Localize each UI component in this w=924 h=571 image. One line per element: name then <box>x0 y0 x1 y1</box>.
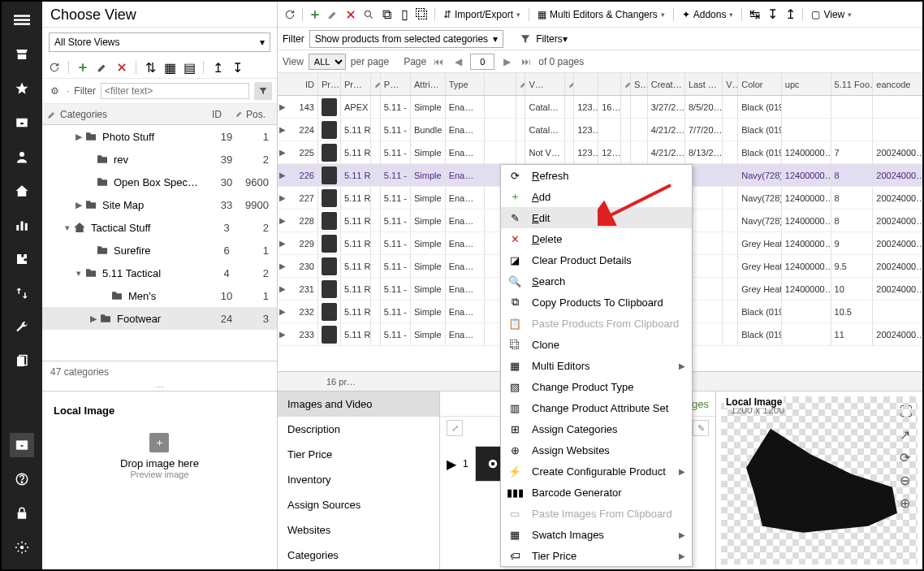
tab-images-and-video[interactable]: Images and Video <box>278 391 439 417</box>
menu-item-create-configurable-product[interactable]: ⚡Create Configurable Product▶ <box>501 461 692 482</box>
menu-item-change-product-attribute-set[interactable]: ▥Change Product Attribute Set <box>501 397 692 418</box>
menu-item-tier-price[interactable]: 🏷Tier Price▶ <box>501 545 692 566</box>
menu-item-assign-websites[interactable]: ⊕Assign Websites <box>501 439 692 461</box>
last-page-icon[interactable]: ⏭ <box>519 54 533 69</box>
table-row[interactable]: ▶143APEX …5.11 - …Simple …Ena…Catal…123…… <box>278 96 922 119</box>
tree-row[interactable]: ▾Tactical Stuff32 <box>42 216 277 239</box>
rail-puzzle-icon[interactable] <box>10 247 34 271</box>
prev-thumb-icon[interactable]: ▶ <box>447 456 456 472</box>
rail-store-icon[interactable] <box>10 42 34 67</box>
tree-row[interactable]: Open Box Spec…309600 <box>42 171 277 193</box>
menu-item-swatch-images[interactable]: ▦Swatch Images▶ <box>501 524 692 545</box>
tree-row[interactable]: ▾5.11 Tactical42 <box>42 262 277 284</box>
rail-star-icon[interactable] <box>10 76 34 101</box>
splitter-handle[interactable]: ⋯ <box>42 383 277 391</box>
tool3-icon[interactable]: ↥ <box>783 7 797 22</box>
filters-dropdown[interactable]: Filters▾ <box>536 33 568 45</box>
tree-row[interactable]: ▶Photo Stuff191 <box>42 125 277 148</box>
refresh-icon[interactable] <box>283 7 297 22</box>
gear-icon[interactable]: ⚙ <box>47 84 62 98</box>
menu-item-copy-products-to-clipboard[interactable]: ⧉Copy Products To Clipboard <box>501 292 692 313</box>
menu-item-add[interactable]: ＋Add <box>501 186 692 207</box>
refresh-icon[interactable] <box>47 60 62 75</box>
tree-label: Men's <box>128 290 210 302</box>
rail-copy-icon[interactable] <box>10 349 34 374</box>
delete-icon[interactable] <box>114 60 129 75</box>
rail-help-icon[interactable] <box>10 467 34 491</box>
menu-item-change-product-type[interactable]: ▧Change Product Type <box>501 376 692 397</box>
filter-input[interactable] <box>101 83 249 99</box>
rail-chart-icon[interactable] <box>10 213 34 237</box>
menu-item-edit[interactable]: ✎Edit <box>501 207 692 228</box>
sort-asc-icon[interactable]: ↥ <box>210 60 225 75</box>
rotate-icon[interactable]: ⟳ <box>900 450 914 465</box>
filter-icon[interactable] <box>254 82 272 100</box>
edit-icon[interactable] <box>95 60 110 75</box>
table-row[interactable]: ▶2255.11 R…5.11 - …Simple …Ena…Not V…123… <box>278 141 922 164</box>
tree-row[interactable]: rev392 <box>42 148 277 171</box>
table-row[interactable]: ▶2245.11 R…5.11 - …Bundle …Ena…Catal…123… <box>278 119 922 141</box>
add-icon[interactable] <box>308 7 322 22</box>
rail-home-icon[interactable] <box>10 179 34 203</box>
rail-wrench-icon[interactable] <box>10 315 34 340</box>
drop-text: Drop image here <box>120 457 199 469</box>
rail-swap-icon[interactable] <box>10 281 34 305</box>
tab-description[interactable]: Description <box>278 417 439 442</box>
rail-download-icon[interactable] <box>10 433 34 457</box>
rail-person-icon[interactable] <box>10 145 34 169</box>
add-icon[interactable] <box>76 60 90 75</box>
menu-item-multi-editors[interactable]: ▦Multi Editors▶ <box>501 355 692 376</box>
perpage-select[interactable]: ALL <box>309 54 346 70</box>
rail-inbox-icon[interactable] <box>10 110 34 135</box>
tree-row[interactable]: ▶Footwear243 <box>42 307 277 330</box>
addons-dropdown[interactable]: ✦ Addons▾ <box>679 7 737 22</box>
multi-editors-dropdown[interactable]: ▦ Multi Editors & Changers▾ <box>534 7 668 22</box>
menu-item-search[interactable]: 🔍Search <box>501 270 692 292</box>
export-icon[interactable]: ▦ <box>162 60 177 75</box>
import-export-dropdown[interactable]: ⇵ Import/Export▾ <box>440 7 524 22</box>
tab-inventory[interactable]: Inventory <box>278 467 439 492</box>
menu-item-assign-categories[interactable]: ⊞Assign Categories <box>501 418 692 439</box>
menu-item-delete[interactable]: ✕Delete <box>501 228 692 249</box>
open-external-icon[interactable]: ↗ <box>900 427 914 442</box>
view-dropdown[interactable]: ▢ View▾ <box>808 7 855 22</box>
store-view-select[interactable]: All Store Views ▾ <box>49 32 270 52</box>
tab-assign-sources[interactable]: Assign Sources <box>278 492 439 517</box>
rail-menu-icon[interactable] <box>10 8 34 32</box>
thumb-tool-1[interactable]: ⤢ <box>447 420 463 436</box>
zoom-out-icon[interactable]: ⊖ <box>900 473 914 487</box>
delete-icon[interactable] <box>343 7 358 22</box>
menu-item-clear-product-details[interactable]: ◪Clear Product Details <box>501 249 692 270</box>
menu-item-barcode-generator[interactable]: ▮▮▮Barcode Generator <box>501 482 692 503</box>
clone-icon[interactable]: ⿻ <box>415 7 430 22</box>
zoom-in-icon[interactable]: ⊕ <box>900 495 914 510</box>
tab-categories[interactable]: Categories <box>278 543 439 568</box>
tool2-icon[interactable]: ↧ <box>765 7 779 22</box>
swap-icon[interactable]: ⇅ <box>143 60 158 75</box>
fullscreen-icon[interactable]: ⛶ <box>900 404 914 419</box>
rail-settings-icon[interactable] <box>10 535 34 560</box>
tab-websites[interactable]: Websites <box>278 517 439 543</box>
page-input[interactable] <box>470 54 494 70</box>
paste-icon[interactable]: ▯ <box>397 7 412 22</box>
filter-select[interactable]: Show products from selected categories▾ <box>309 30 503 48</box>
tree-row[interactable]: Men's101 <box>42 284 277 307</box>
first-page-icon[interactable]: ⏮ <box>431 54 446 69</box>
image-drop-zone[interactable]: ＋ Drop image here Preview image <box>120 433 199 479</box>
sort-desc-icon[interactable]: ↧ <box>230 60 244 75</box>
prev-page-icon[interactable]: ◀ <box>451 54 465 69</box>
copy-icon[interactable]: ⧉ <box>379 7 394 22</box>
rail-lock-icon[interactable] <box>10 501 34 526</box>
menu-item-refresh[interactable]: ⟳Refresh <box>501 165 692 186</box>
tree-row[interactable]: ▶Site Map339900 <box>42 193 277 216</box>
local-image-panel: Local Image ＋ Drop image here Preview im… <box>42 391 278 569</box>
edit-icon[interactable] <box>326 7 340 22</box>
image-icon[interactable]: ▤ <box>182 60 196 75</box>
tool1-icon[interactable]: ↹ <box>747 7 762 22</box>
tab-tier-price[interactable]: Tier Price <box>278 442 439 467</box>
menu-item-clone[interactable]: ⿻Clone <box>501 334 692 355</box>
search-icon[interactable] <box>361 7 376 22</box>
tree-row[interactable]: Surefire61 <box>42 239 277 262</box>
thumb-tool-3[interactable]: ✎ <box>693 420 709 436</box>
next-page-icon[interactable]: ▶ <box>499 54 514 69</box>
